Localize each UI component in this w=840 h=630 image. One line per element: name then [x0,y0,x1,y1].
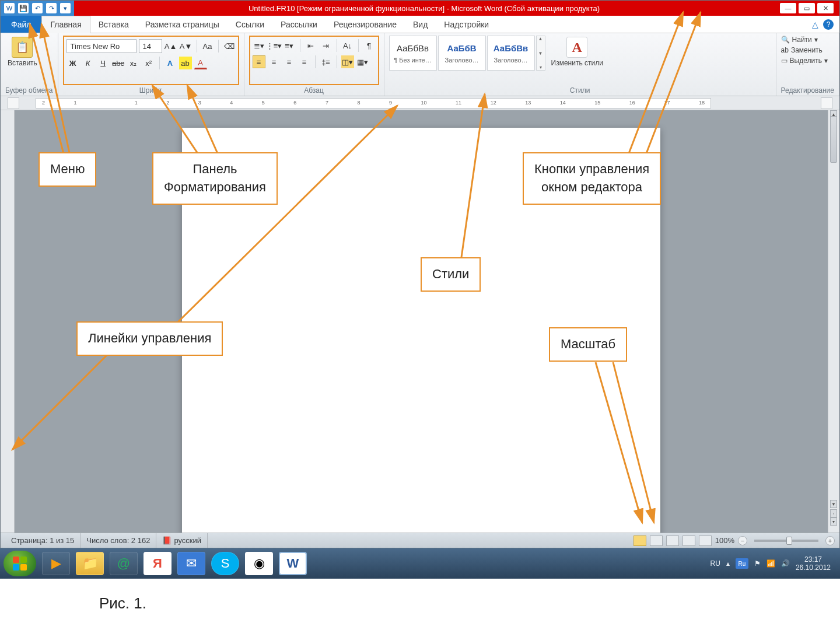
taskbar-mail[interactable]: @ [110,552,138,575]
taskbar-yandex[interactable]: Я [144,552,172,575]
strike-button[interactable]: abc [112,57,125,69]
taskbar-chrome[interactable]: ◉ [245,552,273,575]
italic-button[interactable]: К [82,57,94,69]
tab-mailings[interactable]: Рассылки [272,16,326,33]
bullets-button[interactable]: ≣▾ [253,39,265,52]
subscript-button[interactable]: x₂ [127,57,140,69]
change-styles-button[interactable]: A Изменить стили [549,36,606,68]
align-left-button[interactable]: ≡ [253,55,265,68]
group-font-label: Шрифт [63,85,239,94]
status-page[interactable]: Страница: 1 из 15 [5,533,80,548]
highlight-button[interactable]: ab [179,57,192,69]
style-heading1[interactable]: АаБбВ Заголово… [438,36,486,71]
styles-scroll[interactable]: ▲▼▾ [536,36,545,71]
borders-button[interactable]: ▦▾ [356,55,369,68]
shading-button[interactable]: ◫▾ [341,55,354,68]
group-editing-label: Редактирование [781,85,834,94]
status-words[interactable]: Число слов: 2 162 [80,533,156,548]
change-case-button[interactable]: Aa [201,40,214,52]
tray-clock[interactable]: 23:17 26.10.2012 [796,555,831,572]
indent-decrease-button[interactable]: ⇤ [304,39,317,52]
scroll-thumb[interactable] [830,116,837,163]
file-tab[interactable]: Файл [1,16,41,33]
numbering-button[interactable]: ⋮≡▾ [268,39,281,52]
tray-flag-icon[interactable]: ⚑ [754,559,761,568]
underline-button[interactable]: Ч [97,57,110,69]
qat-customize-icon[interactable]: ▾ [60,3,71,13]
word-app-icon[interactable]: W [4,3,15,13]
view-outline[interactable] [682,536,695,546]
align-right-button[interactable]: ≡ [283,55,296,68]
zoom-out-button[interactable]: − [738,536,747,545]
taskbar-outlook[interactable]: ✉ [177,552,205,575]
superscript-button[interactable]: x² [142,57,155,69]
next-page-icon[interactable]: ▾ [830,517,837,526]
maximize-button[interactable]: ▭ [799,3,815,13]
taskbar-media-player[interactable]: ▶ [42,552,70,575]
bold-button[interactable]: Ж [66,57,79,69]
multilevel-button[interactable]: ≡▾ [283,39,296,52]
taskbar-skype[interactable]: S [211,552,239,575]
view-print-layout[interactable] [634,536,646,546]
font-size-combo[interactable]: 14 [139,39,162,53]
tab-insert[interactable]: Вставка [90,16,137,33]
system-tray: RU ▴ Ru ⚑ 📶 🔊 23:17 26.10.2012 [710,555,836,572]
start-button[interactable] [4,551,36,576]
style-heading2[interactable]: АаБбВв Заголово… [487,36,535,71]
tray-keyboard-icon[interactable]: Ru [736,558,748,569]
save-icon[interactable]: 💾 [18,3,29,13]
shrink-font-button[interactable]: A▼ [180,40,192,52]
tab-references[interactable]: Ссылки [228,16,272,33]
ribbon-minimize-icon[interactable]: △ [812,20,818,29]
align-center-button[interactable]: ≡ [268,55,281,68]
tab-home[interactable]: Главная [41,16,90,33]
clear-formatting-button[interactable]: ⌫ [223,40,236,52]
show-marks-button[interactable]: ¶ [363,39,376,52]
font-name-combo[interactable]: Times New Ro [66,39,136,53]
indent-increase-button[interactable]: ⇥ [320,39,332,52]
justify-button[interactable]: ≡ [298,55,311,68]
tray-lang[interactable]: RU [710,559,720,568]
text-effects-button[interactable]: A [164,57,177,69]
replace-button[interactable]: abЗаменить [781,46,822,54]
styles-gallery[interactable]: АаБбВв ¶ Без инте… АаБбВ Заголово… АаБбВ… [389,36,545,71]
font-color-button[interactable]: A [194,57,207,69]
style-normal[interactable]: АаБбВв ¶ Без инте… [389,36,437,71]
prev-page-icon[interactable]: ◦ [830,509,837,517]
zoom-slider[interactable] [754,540,818,542]
taskbar-word[interactable]: W [279,552,307,575]
view-web[interactable] [666,536,679,546]
select-button[interactable]: ▭Выделить▾ [781,57,828,65]
tab-addins[interactable]: Надстройки [436,16,497,33]
redo-icon[interactable]: ↷ [46,3,57,13]
ruler-corner[interactable] [8,97,19,109]
scroll-down-icon[interactable]: ▼ [830,500,837,508]
taskbar-explorer[interactable]: 📁 [76,552,104,575]
close-button[interactable]: ✕ [817,3,834,13]
undo-icon[interactable]: ↶ [32,3,43,13]
status-language[interactable]: 📕 русский [156,533,208,548]
tab-layout[interactable]: Разметка страницы [137,16,228,33]
vertical-scrollbar[interactable]: ▲ ▼ ◦ ▾ [828,110,839,533]
grow-font-button[interactable]: A▲ [164,40,177,52]
tab-view[interactable]: Вид [405,16,436,33]
help-icon[interactable]: ? [823,19,834,30]
zoom-in-button[interactable]: + [825,536,835,545]
tray-show-hidden-icon[interactable]: ▴ [726,559,730,568]
paste-button[interactable]: 📋 Вставить [5,36,40,68]
line-spacing-button[interactable]: ‡≡ [320,55,332,68]
find-button[interactable]: 🔍Найти▾ [781,36,818,44]
group-editing: 🔍Найти▾ abЗаменить ▭Выделить▾ Редактиров… [776,33,839,96]
view-draft[interactable] [699,536,712,546]
status-bar: Страница: 1 из 15 Число слов: 2 162 📕 ру… [1,533,839,548]
vertical-ruler[interactable] [1,110,15,533]
tab-review[interactable]: Рецензирование [326,16,405,33]
sort-button[interactable]: A↓ [341,39,354,52]
ruler-toggle[interactable] [821,97,832,109]
horizontal-ruler[interactable]: 21123456789101112131415161718 [36,98,711,108]
zoom-value[interactable]: 100% [715,536,734,545]
view-fullscreen[interactable] [650,536,663,546]
tray-network-icon[interactable]: 📶 [766,559,775,568]
minimize-button[interactable]: — [780,3,796,13]
tray-volume-icon[interactable]: 🔊 [781,559,790,568]
